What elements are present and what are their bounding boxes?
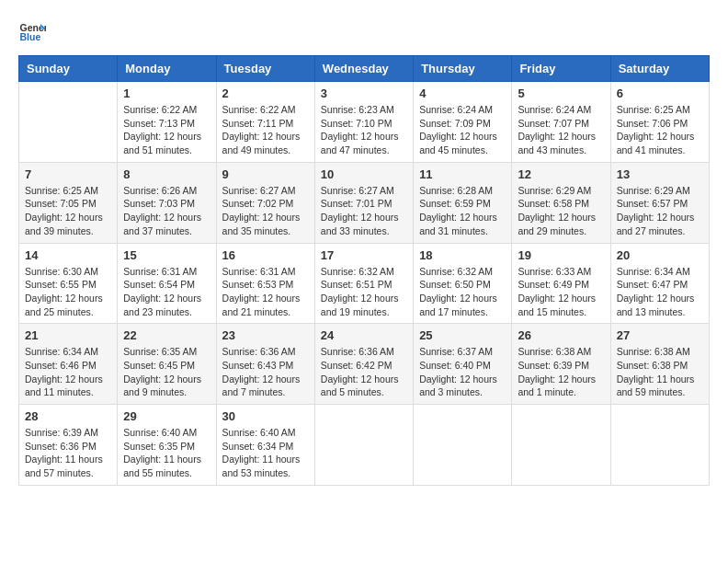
calendar-week-row: 14Sunrise: 6:30 AM Sunset: 6:55 PM Dayli…	[19, 243, 710, 324]
calendar-day-cell: 19Sunrise: 6:33 AM Sunset: 6:49 PM Dayli…	[512, 243, 610, 324]
calendar-day-cell: 27Sunrise: 6:38 AM Sunset: 6:38 PM Dayli…	[610, 324, 709, 405]
day-info: Sunrise: 6:22 AM Sunset: 7:11 PM Dayligh…	[222, 103, 309, 157]
day-number: 23	[222, 328, 309, 342]
calendar-day-cell: 10Sunrise: 6:27 AM Sunset: 7:01 PM Dayli…	[314, 162, 413, 243]
calendar-day-cell: 9Sunrise: 6:27 AM Sunset: 7:02 PM Daylig…	[216, 162, 314, 243]
calendar-day-cell: 8Sunrise: 6:26 AM Sunset: 7:03 PM Daylig…	[118, 162, 216, 243]
day-info: Sunrise: 6:38 AM Sunset: 6:39 PM Dayligh…	[518, 345, 604, 399]
calendar-day-cell: 4Sunrise: 6:24 AM Sunset: 7:09 PM Daylig…	[414, 82, 512, 163]
calendar-day-cell: 30Sunrise: 6:40 AM Sunset: 6:34 PM Dayli…	[216, 405, 314, 486]
calendar-week-row: 21Sunrise: 6:34 AM Sunset: 6:46 PM Dayli…	[19, 324, 710, 405]
day-info: Sunrise: 6:36 AM Sunset: 6:43 PM Dayligh…	[222, 345, 309, 399]
calendar-day-cell: 14Sunrise: 6:30 AM Sunset: 6:55 PM Dayli…	[19, 243, 118, 324]
day-info: Sunrise: 6:29 AM Sunset: 6:57 PM Dayligh…	[617, 184, 703, 238]
day-info: Sunrise: 6:37 AM Sunset: 6:40 PM Dayligh…	[419, 345, 506, 399]
weekday-header-row: SundayMondayTuesdayWednesdayThursdayFrid…	[19, 56, 710, 82]
calendar-day-cell: 1Sunrise: 6:22 AM Sunset: 7:13 PM Daylig…	[118, 82, 216, 163]
calendar-day-cell: 20Sunrise: 6:34 AM Sunset: 6:47 PM Dayli…	[610, 243, 709, 324]
day-info: Sunrise: 6:30 AM Sunset: 6:55 PM Dayligh…	[25, 265, 111, 319]
day-info: Sunrise: 6:38 AM Sunset: 6:38 PM Dayligh…	[617, 345, 703, 399]
day-number: 13	[617, 167, 703, 181]
day-info: Sunrise: 6:36 AM Sunset: 6:42 PM Dayligh…	[321, 345, 407, 399]
day-number: 2	[222, 86, 309, 100]
day-number: 20	[617, 248, 703, 262]
logo: General Blue	[18, 18, 46, 46]
day-info: Sunrise: 6:39 AM Sunset: 6:36 PM Dayligh…	[25, 426, 111, 480]
calendar-day-cell: 7Sunrise: 6:25 AM Sunset: 7:05 PM Daylig…	[19, 162, 118, 243]
day-number: 14	[25, 248, 111, 262]
day-number: 24	[321, 328, 407, 342]
weekday-header-cell: Sunday	[19, 56, 118, 82]
weekday-header-cell: Monday	[118, 56, 216, 82]
day-info: Sunrise: 6:31 AM Sunset: 6:54 PM Dayligh…	[123, 265, 210, 319]
day-number: 3	[321, 86, 407, 100]
day-number: 18	[419, 248, 506, 262]
day-number: 9	[222, 167, 309, 181]
calendar-day-cell: 21Sunrise: 6:34 AM Sunset: 6:46 PM Dayli…	[19, 324, 118, 405]
calendar-week-row: 1Sunrise: 6:22 AM Sunset: 7:13 PM Daylig…	[19, 82, 710, 163]
calendar-day-cell: 3Sunrise: 6:23 AM Sunset: 7:10 PM Daylig…	[314, 82, 413, 163]
calendar-day-cell: 17Sunrise: 6:32 AM Sunset: 6:51 PM Dayli…	[314, 243, 413, 324]
weekday-header-cell: Friday	[512, 56, 610, 82]
day-info: Sunrise: 6:25 AM Sunset: 7:06 PM Dayligh…	[617, 103, 703, 157]
calendar-day-cell: 12Sunrise: 6:29 AM Sunset: 6:58 PM Dayli…	[512, 162, 610, 243]
day-number: 21	[25, 328, 111, 342]
calendar-day-cell: 6Sunrise: 6:25 AM Sunset: 7:06 PM Daylig…	[610, 82, 709, 163]
day-number: 25	[419, 328, 506, 342]
calendar-day-cell: 25Sunrise: 6:37 AM Sunset: 6:40 PM Dayli…	[414, 324, 512, 405]
day-number: 27	[617, 328, 703, 342]
page-header: General Blue	[18, 18, 710, 46]
day-number: 6	[617, 86, 703, 100]
calendar-day-cell	[19, 82, 118, 163]
calendar-day-cell	[610, 405, 709, 486]
day-number: 10	[321, 167, 407, 181]
calendar-day-cell: 18Sunrise: 6:32 AM Sunset: 6:50 PM Dayli…	[414, 243, 512, 324]
calendar-day-cell	[512, 405, 610, 486]
day-info: Sunrise: 6:32 AM Sunset: 6:51 PM Dayligh…	[321, 265, 407, 319]
day-info: Sunrise: 6:22 AM Sunset: 7:13 PM Dayligh…	[123, 103, 210, 157]
day-number: 12	[518, 167, 604, 181]
day-number: 8	[123, 167, 210, 181]
day-info: Sunrise: 6:35 AM Sunset: 6:45 PM Dayligh…	[123, 345, 210, 399]
day-info: Sunrise: 6:24 AM Sunset: 7:07 PM Dayligh…	[518, 103, 604, 157]
weekday-header-cell: Thursday	[414, 56, 512, 82]
calendar-day-cell: 28Sunrise: 6:39 AM Sunset: 6:36 PM Dayli…	[19, 405, 118, 486]
day-number: 17	[321, 248, 407, 262]
calendar-day-cell: 26Sunrise: 6:38 AM Sunset: 6:39 PM Dayli…	[512, 324, 610, 405]
day-info: Sunrise: 6:29 AM Sunset: 6:58 PM Dayligh…	[518, 184, 604, 238]
calendar-day-cell: 13Sunrise: 6:29 AM Sunset: 6:57 PM Dayli…	[610, 162, 709, 243]
calendar-day-cell: 29Sunrise: 6:40 AM Sunset: 6:35 PM Dayli…	[118, 405, 216, 486]
day-number: 4	[419, 86, 506, 100]
day-number: 7	[25, 167, 111, 181]
day-info: Sunrise: 6:27 AM Sunset: 7:02 PM Dayligh…	[222, 184, 309, 238]
day-info: Sunrise: 6:33 AM Sunset: 6:49 PM Dayligh…	[518, 265, 604, 319]
day-number: 11	[419, 167, 506, 181]
weekday-header-cell: Wednesday	[314, 56, 413, 82]
calendar-week-row: 28Sunrise: 6:39 AM Sunset: 6:36 PM Dayli…	[19, 405, 710, 486]
calendar-day-cell: 2Sunrise: 6:22 AM Sunset: 7:11 PM Daylig…	[216, 82, 314, 163]
day-number: 26	[518, 328, 604, 342]
weekday-header-cell: Saturday	[610, 56, 709, 82]
day-info: Sunrise: 6:26 AM Sunset: 7:03 PM Dayligh…	[123, 184, 210, 238]
calendar-day-cell: 5Sunrise: 6:24 AM Sunset: 7:07 PM Daylig…	[512, 82, 610, 163]
day-number: 22	[123, 328, 210, 342]
day-number: 1	[123, 86, 210, 100]
day-info: Sunrise: 6:25 AM Sunset: 7:05 PM Dayligh…	[25, 184, 111, 238]
logo-icon: General Blue	[18, 18, 46, 46]
calendar-table: SundayMondayTuesdayWednesdayThursdayFrid…	[18, 55, 710, 486]
day-info: Sunrise: 6:40 AM Sunset: 6:34 PM Dayligh…	[222, 426, 309, 480]
day-info: Sunrise: 6:28 AM Sunset: 6:59 PM Dayligh…	[419, 184, 506, 238]
day-number: 19	[518, 248, 604, 262]
calendar-day-cell: 23Sunrise: 6:36 AM Sunset: 6:43 PM Dayli…	[216, 324, 314, 405]
day-number: 30	[222, 409, 309, 423]
day-info: Sunrise: 6:32 AM Sunset: 6:50 PM Dayligh…	[419, 265, 506, 319]
day-info: Sunrise: 6:40 AM Sunset: 6:35 PM Dayligh…	[123, 426, 210, 480]
calendar-day-cell: 24Sunrise: 6:36 AM Sunset: 6:42 PM Dayli…	[314, 324, 413, 405]
day-number: 28	[25, 409, 111, 423]
day-number: 5	[518, 86, 604, 100]
calendar-body: 1Sunrise: 6:22 AM Sunset: 7:13 PM Daylig…	[19, 82, 710, 486]
calendar-day-cell	[314, 405, 413, 486]
calendar-day-cell: 11Sunrise: 6:28 AM Sunset: 6:59 PM Dayli…	[414, 162, 512, 243]
weekday-header-cell: Tuesday	[216, 56, 314, 82]
day-info: Sunrise: 6:31 AM Sunset: 6:53 PM Dayligh…	[222, 265, 309, 319]
